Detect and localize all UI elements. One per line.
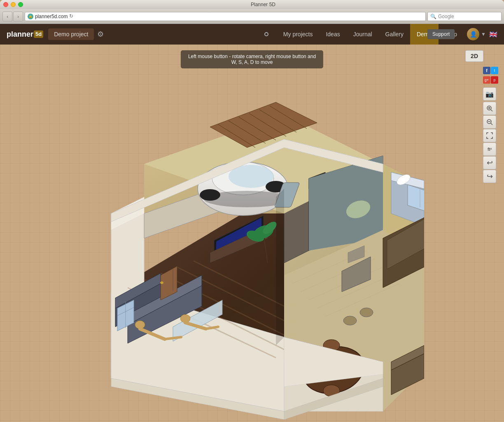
googleplus-button[interactable]: g+	[483, 76, 490, 84]
zoom-in-button[interactable]	[483, 102, 496, 115]
svg-marker-95	[276, 189, 284, 345]
right-toolbar: f t g+ p 📷 ft² ↩	[483, 67, 498, 183]
social-buttons: f t	[483, 67, 498, 74]
logo-area: planner 5d	[7, 30, 43, 39]
search-bar[interactable]: 🔍 Google	[427, 12, 502, 21]
nav-buttons: ‹ ›	[2, 12, 23, 21]
search-placeholder: Google	[438, 14, 454, 19]
logo-planner: planner	[7, 30, 33, 39]
pinterest-button[interactable]: p	[491, 76, 498, 84]
facebook-button[interactable]: f	[483, 67, 490, 74]
nav-gallery[interactable]: Gallery	[379, 24, 410, 45]
svg-point-29	[200, 189, 220, 201]
svg-line-1	[491, 110, 492, 111]
minimize-button[interactable]	[11, 2, 16, 7]
browser-window: Planner 5D ‹ › 🔒 planner5d.com ↻ 🔍 Googl…	[0, 0, 504, 422]
twitter-button[interactable]: t	[491, 67, 498, 74]
redo-button[interactable]: ↪	[483, 170, 496, 183]
support-button[interactable]: Support	[427, 29, 455, 39]
svg-point-84	[343, 316, 357, 325]
project-name[interactable]: Demo project	[48, 28, 94, 40]
avatar-img: 👤	[467, 28, 479, 40]
zoom-out-button[interactable]	[483, 115, 496, 129]
fullscreen-button[interactable]	[483, 129, 496, 142]
nav-journal[interactable]: Journal	[347, 24, 379, 45]
forward-button[interactable]: ›	[13, 12, 23, 21]
security-icon: 🔒	[28, 14, 33, 19]
url-text: planner5d.com	[35, 14, 68, 19]
social-row2: g+ p	[483, 76, 498, 84]
app-nav: planner 5d Demo project ⚙ My projects Id…	[0, 24, 504, 45]
browser-title: Planner 5D	[26, 2, 501, 7]
search-icon: 🔍	[430, 14, 436, 19]
nav-user: 👤 ▼ 🇬🇧	[467, 28, 497, 40]
address-bar[interactable]: 🔒 planner5d.com ↻	[25, 12, 426, 21]
back-button[interactable]: ‹	[2, 12, 12, 21]
browser-titlebar: Planner 5D	[0, 0, 504, 9]
reload-button[interactable]: ↻	[69, 13, 76, 20]
camera-button[interactable]: 📷	[483, 87, 496, 101]
browser-toolbar: ‹ › 🔒 planner5d.com ↻ 🔍 Google	[0, 9, 504, 24]
logo: planner 5d	[7, 30, 43, 39]
maximize-button[interactable]	[18, 2, 23, 7]
units-button[interactable]: ft²	[483, 143, 496, 156]
view-2d-button[interactable]: 2D	[465, 50, 483, 62]
logo-5d: 5d	[34, 30, 43, 38]
flag-icon: 🇬🇧	[489, 30, 497, 38]
avatar[interactable]: 👤	[467, 28, 479, 40]
svg-point-67	[160, 281, 163, 284]
dropdown-arrow[interactable]: ▼	[481, 31, 486, 37]
settings-button[interactable]: ⚙	[97, 30, 104, 39]
close-button[interactable]	[3, 2, 8, 7]
house-floorplan-3d[interactable]	[33, 82, 424, 420]
nav-my-projects[interactable]: My projects	[277, 24, 320, 45]
nav-separator-dot	[264, 32, 268, 36]
main-canvas[interactable]: Left mouse button - rotate camera, right…	[0, 45, 504, 422]
svg-line-5	[491, 123, 492, 125]
nav-ideas[interactable]: Ideas	[319, 24, 346, 45]
undo-button[interactable]: ↩	[483, 156, 496, 169]
svg-point-83	[360, 308, 373, 317]
